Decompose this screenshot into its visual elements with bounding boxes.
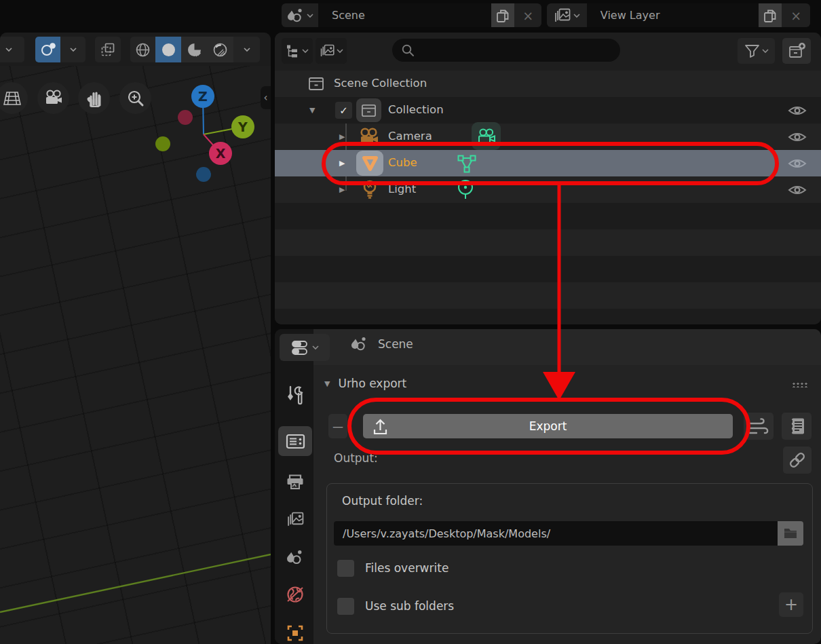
outliner-row-light[interactable]: ▶ Light [275,176,821,203]
topbar: Scene × [0,0,821,30]
expand-down-icon[interactable]: ▼ [309,106,315,115]
axis-minus-z-ball[interactable] [196,167,211,182]
collapse-left-icon: ‹ [264,92,268,104]
close-icon: × [522,8,533,23]
view-layer-new-button[interactable] [759,3,782,27]
hide-eye-toggle[interactable] [787,104,807,117]
output-settings-box: Output folder: /Users/v.zayats/Desktop/M… [326,483,813,634]
viewport-header [0,33,271,66]
proportional-edit-toggle[interactable] [35,37,60,62]
panel-header-urho-export[interactable]: ▼ Urho export [324,377,406,390]
view-layer-selector-group: View Layer × [547,3,810,27]
outliner-editor: Scene Collection ▼ ✓ Collection [275,33,821,324]
snap-overlap-button[interactable] [95,37,121,62]
shading-solid-button[interactable] [155,37,181,62]
hide-eye-toggle[interactable] [787,130,807,144]
outliner-row-camera[interactable]: ▶ Camera [275,124,821,150]
expand-right-icon[interactable]: ▶ [339,132,345,141]
row-label: Cube [388,156,417,169]
row-label: Camera [388,130,432,143]
shading-wireframe-button[interactable] [130,37,155,62]
tab-scene[interactable] [278,542,312,572]
outliner-row-scene-collection[interactable]: Scene Collection [275,71,821,97]
outliner-row-collection[interactable]: ▼ ✓ Collection [275,97,821,124]
export-button[interactable]: Export [363,414,733,438]
export-button-label: Export [529,419,567,433]
light-object-icon [361,180,379,200]
shading-dropdown[interactable] [233,37,260,62]
scene-unlink-button[interactable]: × [514,3,541,27]
breadcrumb-scene[interactable]: Scene [378,337,413,351]
display-mode-dropdown[interactable] [282,38,313,64]
tab-world[interactable] [278,580,312,609]
scene-icon [351,336,368,352]
pan-view-button[interactable] [78,82,110,114]
eye-icon [787,104,807,117]
zoom-view-button[interactable] [119,82,151,114]
collection-plus-icon [788,42,806,60]
physics-wind-button[interactable] [744,413,774,440]
add-button[interactable]: + [779,592,803,617]
axis-minus-x-ball[interactable] [178,110,193,125]
chevron-down-icon [337,48,343,54]
navigation-gizmo[interactable]: Z Y X [149,75,265,187]
upload-icon [371,417,389,436]
close-icon: × [790,8,801,23]
properties-editor-icon [291,340,309,356]
scene-name-field[interactable]: Scene [318,3,491,27]
output-path-input[interactable]: /Users/v.zayats/Desktop/Mask/Models/ [334,521,778,546]
hide-eye-toggle[interactable] [787,157,807,170]
hide-eye-toggle[interactable] [787,183,807,197]
files-overwrite-checkbox[interactable] [337,560,354,577]
axis-x-label: X [216,146,226,161]
collection-checkbox[interactable]: ✓ [335,102,352,119]
scene-browse-button[interactable] [282,3,318,27]
sidebar-collapse-handle[interactable]: ‹ [261,86,271,109]
view-layer-remove-button[interactable]: × [782,3,810,27]
tab-view-layer[interactable] [278,504,312,534]
properties-header: Scene [313,329,821,365]
filter-dropdown[interactable] [738,38,775,64]
view-layer-browse-button[interactable] [547,3,587,27]
panel-drag-handle[interactable] [792,382,807,387]
axis-minus-y-ball[interactable] [155,136,170,151]
view-layer-name-field[interactable]: View Layer [587,3,759,27]
shading-rendered-button[interactable] [207,37,233,62]
new-collection-button[interactable] [782,38,811,64]
axis-z-ball[interactable]: Z [191,85,214,108]
axis-x-ball[interactable]: X [209,142,232,165]
expand-right-icon[interactable]: ▶ [339,159,345,168]
tab-output[interactable] [278,467,312,497]
scene-icon [287,7,305,24]
expand-right-icon[interactable]: ▶ [339,185,345,194]
editor-type-dropdown[interactable] [280,334,330,361]
remove-button[interactable]: — [328,414,347,438]
tab-object[interactable] [278,618,312,644]
camera-view-button[interactable] [37,82,69,114]
search-input[interactable] [392,39,620,62]
chevron-down-icon [70,46,77,53]
camera-data-badge[interactable] [472,122,501,150]
mode-dropdown-button[interactable] [0,37,24,62]
view-layer-name: View Layer [600,9,660,22]
use-sub-folders-checkbox[interactable] [337,598,354,615]
link-button[interactable] [783,447,812,474]
viewport-3d[interactable]: Z Y X ‹ [0,33,271,644]
notes-button[interactable] [782,413,812,440]
properties-editor: Scene [275,329,821,644]
browse-folder-button[interactable] [778,521,803,546]
mesh-icon-box [356,151,383,176]
filter-by-viewlayer-dropdown[interactable] [316,38,347,64]
chevron-down-icon [762,48,769,54]
shading-material-button[interactable] [181,37,207,62]
check-icon: ✓ [339,105,348,117]
zoom-plus-icon [127,90,145,107]
axis-y-label: Y [237,119,248,134]
world-icon [286,585,305,604]
proportional-falloff-dropdown[interactable] [60,37,85,62]
scene-new-button[interactable] [491,3,514,27]
tab-tool[interactable] [278,380,312,410]
axis-y-ball[interactable]: Y [231,115,254,138]
tab-render[interactable] [278,426,312,456]
outliner-row-cube[interactable]: ▶ Cube [275,150,821,176]
